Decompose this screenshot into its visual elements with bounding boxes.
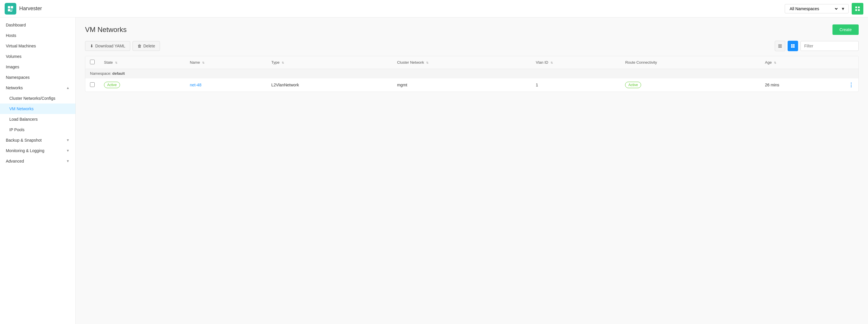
sort-icon: ⇅: [551, 61, 553, 64]
grid-icon: [855, 6, 861, 12]
grid-view-icon: [790, 44, 795, 48]
header-action-button[interactable]: [852, 3, 863, 14]
svg-rect-8: [791, 44, 793, 46]
download-yaml-label: Download YAML: [95, 44, 125, 48]
name-cell[interactable]: net-48: [185, 78, 267, 92]
namespace-group-cell: Namespace: default: [85, 69, 858, 78]
chevron-down-icon: ▼: [841, 6, 845, 11]
namespace-name: default: [113, 71, 125, 76]
age-column-header[interactable]: Age ⇅: [760, 56, 858, 69]
namespace-selector[interactable]: All Namespaces default kube-system ▼: [785, 4, 849, 13]
sidebar-item-namespaces[interactable]: Namespaces: [0, 72, 75, 83]
checkbox-header[interactable]: [85, 56, 99, 69]
chevron-up-icon: ▲: [66, 86, 70, 90]
name-column-header[interactable]: Name ⇅: [185, 56, 267, 69]
route-connectivity-cell: Active: [620, 78, 760, 92]
sidebar-item-label: Load Balancers: [9, 117, 38, 121]
sidebar-item-virtual-machines[interactable]: Virtual Machines: [0, 41, 75, 51]
sidebar-item-label: Cluster Networks/Configs: [9, 96, 55, 101]
sort-icon: ⇅: [115, 61, 117, 64]
route-connectivity-badge: Active: [625, 82, 641, 88]
svg-rect-4: [778, 44, 782, 45]
row-checkbox[interactable]: [90, 82, 95, 87]
state-cell: Active: [99, 78, 185, 92]
list-view-button[interactable]: [775, 41, 785, 51]
app-name: Harvester: [19, 5, 42, 12]
sidebar-item-volumes[interactable]: Volumes: [0, 51, 75, 62]
sidebar-item-label: Namespaces: [6, 75, 30, 80]
filter-input[interactable]: [800, 41, 859, 51]
table-body: Namespace: default Active net-48: [85, 69, 858, 92]
logo-icon: [7, 5, 14, 12]
namespace-group-row: Namespace: default: [85, 69, 858, 78]
download-yaml-button[interactable]: ⬇ Download YAML: [85, 41, 130, 51]
toolbar-left: ⬇ Download YAML 🗑 Delete: [85, 41, 160, 51]
type-column-header[interactable]: Type ⇅: [267, 56, 393, 69]
svg-rect-3: [858, 9, 860, 11]
list-icon: [778, 44, 782, 48]
type-cell: L2VlanNetwork: [267, 78, 393, 92]
sidebar-item-backup-snapshot[interactable]: Backup & Snapshot ▼: [0, 135, 75, 145]
table-row: Active net-48 L2VlanNetwork mgmt 1: [85, 78, 858, 92]
header-right: All Namespaces default kube-system ▼: [785, 3, 863, 14]
route-connectivity-column-header: Route Connectivity: [620, 56, 760, 69]
svg-rect-2: [856, 9, 857, 11]
header-left: Harvester: [5, 3, 42, 14]
svg-rect-5: [778, 45, 782, 46]
main-content: VM Networks Create ⬇ Download YAML 🗑 Del…: [76, 17, 868, 324]
cluster-network-cell: mgmt: [392, 78, 531, 92]
sidebar-item-label: Virtual Machines: [6, 44, 36, 48]
page-header: VM Networks Create: [85, 25, 859, 35]
svg-rect-11: [793, 46, 795, 48]
svg-rect-9: [793, 44, 795, 46]
layout: Dashboard Hosts Virtual Machines Volumes…: [0, 17, 868, 324]
sidebar-item-ip-pools[interactable]: IP Pools: [0, 124, 75, 135]
sidebar-item-label: Networks: [6, 85, 23, 90]
sidebar-item-label: IP Pools: [9, 128, 25, 132]
svg-rect-1: [858, 6, 860, 8]
sidebar-item-networks[interactable]: Networks ▲: [0, 83, 75, 93]
sidebar-item-monitoring-logging[interactable]: Monitoring & Logging ▼: [0, 145, 75, 156]
sidebar-item-label: Advanced: [6, 159, 24, 164]
sidebar-item-load-balancers[interactable]: Load Balancers: [0, 114, 75, 124]
row-name-link[interactable]: net-48: [190, 83, 202, 87]
toolbar: ⬇ Download YAML 🗑 Delete: [85, 41, 859, 51]
sidebar-item-label: Monitoring & Logging: [6, 148, 44, 153]
cluster-network-column-header[interactable]: Cluster Network ⇅: [392, 56, 531, 69]
sidebar-item-label: Backup & Snapshot: [6, 138, 42, 143]
chevron-down-icon: ▼: [66, 159, 70, 163]
sidebar-item-cluster-networks[interactable]: Cluster Networks/Configs: [0, 93, 75, 104]
sidebar-item-label: Images: [6, 65, 19, 69]
sidebar-item-hosts[interactable]: Hosts: [0, 30, 75, 41]
table: State ⇅ Name ⇅ Type ⇅ Cluster Network: [85, 56, 858, 92]
sort-icon: ⇅: [426, 61, 429, 64]
sidebar-item-images[interactable]: Images: [0, 62, 75, 72]
svg-rect-10: [791, 46, 793, 48]
svg-rect-0: [856, 6, 857, 8]
state-column-header[interactable]: State ⇅: [99, 56, 185, 69]
sidebar-item-vm-networks[interactable]: VM Networks: [0, 104, 75, 114]
vm-networks-table: State ⇅ Name ⇅ Type ⇅ Cluster Network: [85, 56, 859, 92]
row-checkbox-cell[interactable]: [85, 78, 99, 92]
sort-icon: ⇅: [202, 61, 205, 64]
row-actions-button[interactable]: ⋮: [848, 82, 854, 88]
chevron-down-icon: ▼: [66, 149, 70, 153]
select-all-checkbox[interactable]: [90, 60, 95, 64]
sidebar-item-advanced[interactable]: Advanced ▼: [0, 156, 75, 166]
trash-icon: 🗑: [137, 44, 142, 48]
namespace-select[interactable]: All Namespaces default kube-system: [788, 6, 839, 11]
create-button[interactable]: Create: [833, 25, 859, 35]
age-cell: 26 mins ⋮: [760, 78, 858, 92]
header: Harvester All Namespaces default kube-sy…: [0, 0, 868, 17]
download-icon: ⬇: [90, 44, 93, 48]
delete-button[interactable]: 🗑 Delete: [132, 41, 160, 51]
sort-icon: ⇅: [774, 61, 776, 64]
sort-icon: ⇅: [282, 61, 284, 64]
sidebar-item-dashboard[interactable]: Dashboard: [0, 20, 75, 30]
table-header: State ⇅ Name ⇅ Type ⇅ Cluster Network: [85, 56, 858, 69]
grid-view-button[interactable]: [787, 41, 798, 51]
svg-rect-6: [778, 46, 782, 46]
svg-rect-7: [778, 47, 782, 48]
vlan-id-column-header[interactable]: Vlan ID ⇅: [531, 56, 621, 69]
sidebar-item-label: Volumes: [6, 54, 22, 59]
